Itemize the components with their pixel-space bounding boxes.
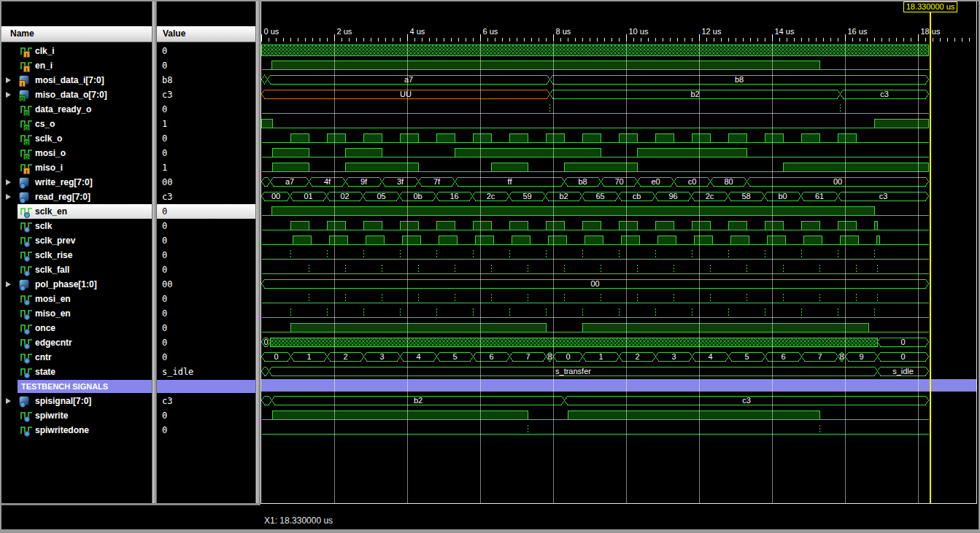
time-ruler[interactable]: 0 us2 us4 us6 us8 us10 us12 us14 us16 us… [261,26,976,42]
name-value-splitter[interactable] [152,1,157,529]
signal-row-miso_data_o70[interactable]: Omiso_data_o[7:0] [1,87,152,102]
bus-value-label: 0 [900,338,905,346]
wave-row-miso_i [262,163,929,171]
bus-value-label: 59 [522,192,531,201]
signal-name-label: sclk [35,219,52,233]
expand-arrow-icon[interactable] [6,179,11,185]
internal-signal-badge [24,373,30,378]
expand-arrow-icon[interactable] [6,77,11,83]
signal-row-clk_i[interactable]: Iclk_i [1,44,152,58]
signal-row-sclk_fall[interactable]: sclk_fall [1,262,152,277]
wave-row-once [262,323,929,332]
ruler-tick-label: 2 us [337,27,352,36]
signal-row-sclk_prev[interactable]: sclk_prev [1,233,152,248]
bus-value-label: c3 [880,90,889,98]
bus-value-label: a7 [285,177,294,186]
bus-value-label: b0 [778,192,787,201]
bus-value-label: c0 [688,177,697,186]
time-cursor-line[interactable] [930,12,931,503]
bus-value-label: 65 [595,192,604,201]
wave-row-cntr: 01234567801234567890 [262,352,929,361]
wave-row-en_i [262,61,929,69]
signal-name-label: pol_phase[1:0] [35,277,97,292]
bus-value-label: 4 [708,352,712,361]
signal-value-cell: 0 [157,306,255,321]
signal-name-label: cntr [35,350,52,365]
signal-value-cell: 0 [157,248,255,262]
signal-row-mosi_data_i70[interactable]: Imosi_data_i[7:0] [1,73,152,87]
signal-row-state[interactable]: state [1,365,152,379]
waveform-canvas[interactable]: a7b8UUb2c3a74f9f3f7fffb870e0c08000000102… [261,42,976,503]
signal-row-spiwritedone[interactable]: spiwritedone [1,423,152,437]
bus-value-label: 2c [706,192,714,201]
signal-row-sclk_en[interactable]: sclk_en [1,204,152,219]
signal-row-pol_phase10[interactable]: pol_phase[1:0] [1,277,152,292]
signal-row-spisignal70[interactable]: spisignal[7:0] [1,394,152,408]
signal-row-mosi_en[interactable]: mosi_en [1,292,152,306]
ruler-tick-label: 4 us [410,27,425,36]
bus-value-label: b2 [414,396,423,405]
signal-row-sclk_o[interactable]: Osclk_o [1,131,152,146]
wave-row-sclk_prev [262,236,929,244]
input-direction-badge: I [23,66,30,72]
signal-name-label: sclk_fall [35,262,69,277]
signal-row-miso_en[interactable]: miso_en [1,306,152,321]
signal-value-cell: 00 [157,175,255,190]
signal-row-data_ready_o[interactable]: Odata_ready_o [1,102,152,117]
signal-row-en_i[interactable]: Ien_i [1,58,152,73]
expand-arrow-icon[interactable] [6,92,11,98]
wave-row-sclk_o [262,133,929,142]
bus-value-label: 9 [859,352,863,361]
bus-value-label: 58 [741,192,750,201]
wave-row-mosi_o [262,148,929,157]
bus-value-label: 01 [304,192,312,201]
signal-row-cntr[interactable]: cntr [1,350,152,365]
wave-row-edgecntr: 00 [262,338,929,346]
signal-row-cs_o[interactable]: Ocs_o [1,117,152,131]
signal-name-label: mosi_o [35,146,66,160]
signal-value-cell: s_idle [157,365,255,379]
internal-signal-badge [24,314,30,320]
bus-value-label: c3 [742,396,751,405]
signal-row-edgecntr[interactable]: edgecntr [1,335,152,350]
cursor-time-badge: 18.330000 us [903,1,957,12]
bus-value-label: 4f [324,177,331,186]
input-direction-badge: I [23,168,30,174]
signal-value-cell: b8 [157,73,255,87]
signal-row-mosi_o[interactable]: Omosi_o [1,146,152,160]
signal-row-miso_i[interactable]: Imiso_i [1,160,152,175]
bus-value-label: 4 [416,352,420,361]
signal-name-label: miso_data_o[7:0] [35,87,107,102]
signal-row-spiwrite[interactable]: spiwrite [1,408,152,423]
signal-row-write_reg70[interactable]: write_reg[7:0] [1,175,152,190]
signal-group-divider[interactable]: TESTBENCH SIGNALS [18,380,152,393]
internal-signal-badge [24,358,30,364]
expand-arrow-icon[interactable] [6,194,11,200]
signal-name-list: Iclk_iIen_iImosi_data_i[7:0]Omiso_data_o… [1,1,152,503]
internal-signal-badge [24,300,30,306]
signal-row-read_reg70[interactable]: read_reg[7:0] [1,190,152,204]
expand-arrow-icon[interactable] [6,398,11,404]
isim-wave-window: Name Iclk_iIen_iImosi_data_i[7:0]Omiso_d… [0,0,980,533]
signal-value-cell: 0 [157,335,255,350]
internal-signal-badge [24,227,30,233]
signal-name-label: mosi_data_i[7:0] [35,73,104,87]
bus-value-label: 16 [450,192,458,201]
bus-value-label: ff [508,177,513,186]
wave-row-clk_i [262,44,929,55]
input-direction-badge: I [19,80,26,87]
bus-value-label: 1 [598,352,603,361]
signal-row-once[interactable]: once [1,321,152,335]
signal-name-label: data_ready_o [35,102,91,117]
signal-name-label: miso_i [35,160,63,175]
value-wave-splitter[interactable] [255,1,261,529]
window-border-bottom [0,529,980,533]
signal-name-label: edgecntr [35,335,72,350]
signal-row-sclk_rise[interactable]: sclk_rise [1,248,152,262]
signal-name-label: state [35,365,55,379]
bus-value-label: 02 [340,192,349,201]
signal-row-sclk[interactable]: sclk [1,219,152,233]
signal-name-label: spiwrite [35,408,68,423]
expand-arrow-icon[interactable] [6,281,11,287]
ruler-svg: 0 us2 us4 us6 us8 us10 us12 us14 us16 us… [261,26,976,42]
